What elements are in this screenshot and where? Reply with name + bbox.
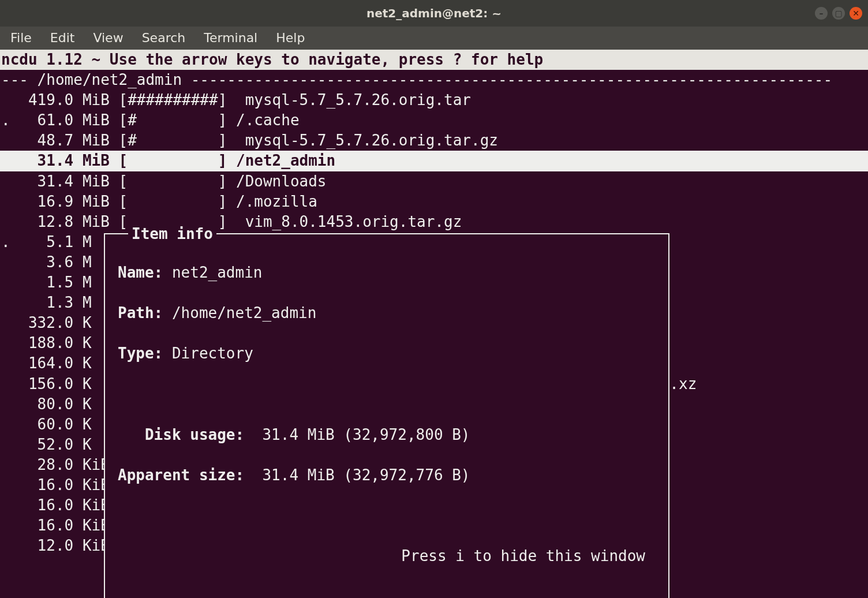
menu-search[interactable]: Search	[136, 27, 192, 49]
ncdu-header: ncdu 1.12 ~ Use the arrow keys to naviga…	[0, 50, 868, 70]
info-hint: Press i to hide this window	[118, 546, 656, 566]
list-item[interactable]: 48.7 MiB [# ] mysql-5.7_5.7.26.orig.tar.…	[0, 130, 868, 151]
list-item[interactable]: 419.0 MiB [##########] mysql-5.7_5.7.26.…	[0, 90, 868, 110]
menu-terminal[interactable]: Terminal	[198, 27, 263, 49]
maximize-icon[interactable]: ▢	[832, 7, 845, 20]
info-name-label: Name:	[118, 264, 163, 281]
info-apparent-label: Apparent size:	[118, 466, 244, 484]
info-type-label: Type:	[118, 345, 163, 362]
close-icon[interactable]: ✕	[850, 7, 862, 20]
list-item[interactable]: 31.4 MiB [ ] /Downloads	[0, 171, 868, 192]
item-info-popup: Item info Name: net2_admin Path: /home/n…	[104, 233, 669, 598]
info-apparent-value: 31.4 MiB (32,972,776 B)	[253, 466, 470, 484]
menu-file[interactable]: File	[5, 27, 38, 49]
minimize-icon[interactable]: –	[815, 7, 828, 20]
list-item[interactable]: 16.9 MiB [ ] /.mozilla	[0, 192, 868, 212]
info-type-value: Directory	[172, 345, 253, 362]
window-title: net2_admin@net2: ~	[0, 6, 868, 21]
menu-view[interactable]: View	[87, 27, 129, 49]
info-disk-label: Disk usage:	[118, 426, 244, 443]
menubar: File Edit View Search Terminal Help	[0, 27, 868, 50]
menu-help[interactable]: Help	[270, 27, 310, 49]
list-item[interactable]: 31.4 MiB [ ] /net2_admin	[0, 151, 868, 171]
info-path-label: Path:	[118, 304, 163, 322]
window-controls: – ▢ ✕	[815, 7, 862, 20]
info-name-value: net2_admin	[172, 264, 263, 281]
terminal[interactable]: ncdu 1.12 ~ Use the arrow keys to naviga…	[0, 50, 868, 556]
info-path-value: /home/net2_admin	[172, 304, 316, 322]
ncdu-path: --- /home/net2_admin -------------------…	[0, 70, 868, 90]
info-disk-value: 31.4 MiB (32,972,800 B)	[253, 426, 470, 443]
menu-edit[interactable]: Edit	[44, 27, 81, 49]
window-titlebar: net2_admin@net2: ~ – ▢ ✕	[0, 0, 868, 27]
item-info-title: Item info	[128, 224, 216, 244]
list-item[interactable]: . 61.0 MiB [# ] /.cache	[0, 110, 868, 130]
